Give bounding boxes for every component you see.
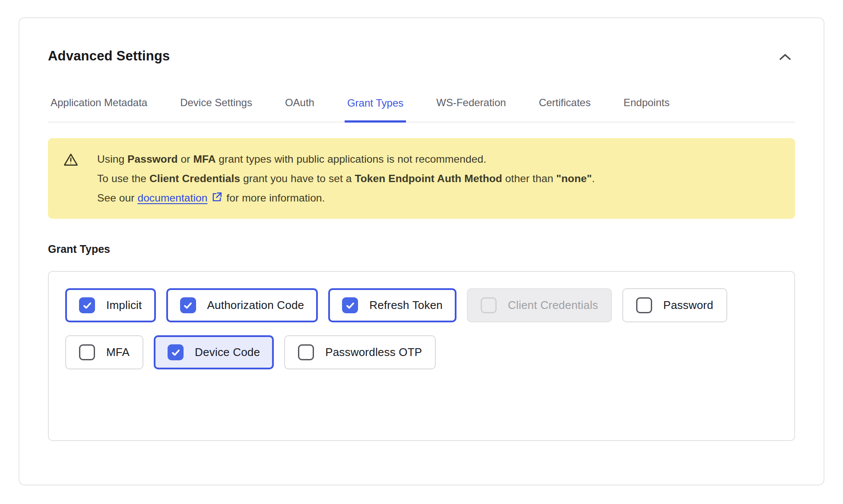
checkbox-checked-icon[interactable]	[342, 297, 358, 313]
grant-type-authorization-code[interactable]: Authorization Code	[166, 288, 318, 322]
warning-line: See our documentation for more informati…	[97, 188, 595, 208]
warning-text: See our	[97, 192, 137, 204]
grant-type-client-credentials: Client Credentials	[467, 288, 612, 322]
grant-type-label: MFA	[106, 346, 130, 359]
grant-type-label: Refresh Token	[369, 299, 443, 312]
grant-type-refresh-token[interactable]: Refresh Token	[328, 288, 456, 322]
grant-type-label: Password	[663, 299, 713, 312]
grant-type-passwordless-otp[interactable]: Passwordless OTP	[284, 335, 436, 369]
external-link-icon[interactable]	[211, 192, 222, 203]
warning-lines: Using Password or MFA grant types with p…	[97, 149, 595, 208]
warning-triangle-icon	[63, 152, 78, 167]
warning-text: or	[178, 153, 193, 165]
warning-line: To use the Client Credentials grant you …	[97, 169, 595, 188]
warning-text: MFA	[193, 153, 216, 165]
grant-type-label: Device Code	[195, 346, 260, 359]
checkbox-unchecked-icon	[481, 297, 497, 313]
checkbox-checked-icon[interactable]	[168, 344, 184, 360]
warning-text: Token Endpoint Auth Method	[355, 173, 502, 184]
grant-type-password[interactable]: Password	[622, 288, 727, 322]
warning-text: .	[592, 173, 595, 184]
advanced-settings-panel: Advanced Settings Application MetadataDe…	[19, 17, 824, 485]
warning-text: "none"	[556, 173, 592, 184]
grant-types-heading: Grant Types	[48, 243, 795, 255]
checkbox-unchecked-icon[interactable]	[298, 344, 314, 360]
tab-application-metadata[interactable]: Application Metadata	[48, 97, 150, 122]
grant-type-mfa[interactable]: MFA	[65, 335, 143, 369]
tab-bar: Application MetadataDevice SettingsOAuth…	[48, 97, 795, 123]
checkbox-unchecked-icon[interactable]	[636, 297, 652, 313]
chevron-up-icon[interactable]	[777, 52, 793, 63]
warning-text: To use the	[97, 173, 149, 184]
warning-text: Client Credentials	[149, 173, 240, 184]
tab-certificates[interactable]: Certificates	[536, 97, 593, 122]
grant-type-device-code[interactable]: Device Code	[154, 335, 274, 369]
documentation-link[interactable]: documentation	[137, 192, 207, 204]
tab-grant-types[interactable]: Grant Types	[345, 97, 406, 123]
grant-type-rows: ImplicitAuthorization CodeRefresh TokenC…	[48, 271, 795, 441]
checkbox-checked-icon[interactable]	[79, 297, 95, 313]
grant-type-label: Authorization Code	[207, 299, 304, 312]
grant-type-implicit[interactable]: Implicit	[65, 288, 156, 322]
warning-text: grant you have to set a	[240, 173, 355, 184]
warning-text: Password	[127, 153, 178, 165]
warning-banner: Using Password or MFA grant types with p…	[48, 138, 795, 219]
tab-device-settings[interactable]: Device Settings	[177, 97, 255, 122]
grant-type-label: Implicit	[106, 299, 142, 312]
tab-oauth[interactable]: OAuth	[282, 97, 317, 122]
warning-text: grant types with public applications is …	[216, 153, 486, 165]
warning-text: Using	[97, 153, 127, 165]
warning-line: Using Password or MFA grant types with p…	[97, 149, 595, 169]
warning-text: for more information.	[223, 192, 325, 204]
grant-type-row: MFADevice CodePasswordless OTP	[65, 335, 778, 369]
grant-type-label: Passwordless OTP	[325, 346, 422, 359]
grant-type-row: ImplicitAuthorization CodeRefresh TokenC…	[65, 288, 778, 322]
grant-type-label: Client Credentials	[508, 299, 598, 312]
tab-ws-federation[interactable]: WS-Federation	[434, 97, 508, 122]
warning-text: other than	[502, 173, 556, 184]
checkbox-checked-icon[interactable]	[180, 297, 196, 313]
tab-endpoints[interactable]: Endpoints	[621, 97, 672, 122]
checkbox-unchecked-icon[interactable]	[79, 344, 95, 360]
panel-header: Advanced Settings	[48, 47, 795, 66]
page-title: Advanced Settings	[48, 47, 170, 66]
